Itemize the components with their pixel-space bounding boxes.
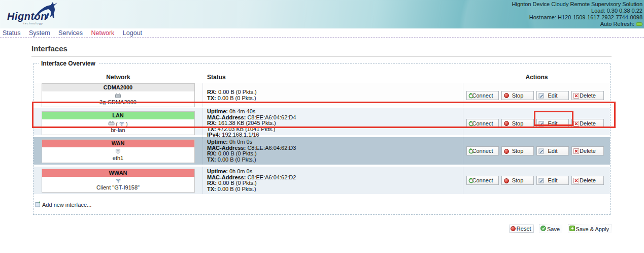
actions-cell: Connect Stop Edit Delete (463, 137, 610, 165)
network-box: WWAN Client "GT-I9158" (42, 169, 195, 193)
auto-refresh-label: Auto Refresh: (600, 21, 634, 27)
add-new-interface-link[interactable]: Add new interface... (35, 201, 610, 208)
network-box: CDMA2000 3g-CDMA2000 (42, 83, 195, 107)
interface-name: Client "GT-I9158" (42, 184, 194, 192)
table-row-wan: WAN eth1 Uptime:0h 0m 0s MAC-Address:C8:… (33, 137, 610, 165)
actions-cell: Connect Stop Edit Delete (463, 167, 610, 194)
stop-button[interactable]: Stop (501, 91, 534, 100)
modem-3g-icon (115, 92, 121, 100)
interfaces-table: Network Status Actions CDMA2000 3g-CDMA2… (33, 71, 610, 194)
page-title: Interfaces (31, 44, 612, 56)
save-apply-icon (569, 226, 575, 232)
network-name-badge: WAN (42, 140, 194, 147)
bracket-close: ) (126, 121, 128, 127)
fieldset-legend: Interface Overview (39, 60, 98, 67)
wifi-icon (119, 121, 125, 127)
stop-icon (503, 178, 509, 183)
connect-button[interactable]: Connect (466, 176, 499, 185)
edit-icon (538, 148, 544, 154)
connect-button[interactable]: Connect (466, 146, 499, 155)
nav-item-status[interactable]: Status (3, 29, 20, 37)
column-header-actions: Actions (463, 71, 610, 83)
status-cell: Uptime:0h 0m 0s MAC-Address:C8:EE:A6:04:… (203, 137, 463, 165)
header-info-load: Load: 0.30 0.38 0.22 (512, 8, 642, 14)
table-row-lan: LAN ( ) br-lan Uptime:0h 4m 40s (33, 108, 610, 135)
footer-button-bar: Reset Save Save & Apply (0, 224, 612, 233)
connect-icon (468, 121, 474, 126)
brand-logo: Hignton technology (6, 2, 67, 27)
nav-item-services[interactable]: Services (58, 29, 83, 37)
network-cell: CDMA2000 3g-CDMA2000 (33, 83, 203, 107)
column-header-status: Status (203, 71, 463, 83)
delete-button[interactable]: Delete (571, 176, 604, 185)
nav-item-system[interactable]: System (29, 29, 50, 37)
network-cell: LAN ( ) br-lan (33, 108, 203, 139)
nav-item-network[interactable]: Network (91, 29, 115, 37)
stop-button[interactable]: Stop (501, 119, 534, 128)
connect-icon (468, 93, 474, 99)
status-cell: RX:0.00 B (0 Pkts.) TX:0.00 B (0 Pkts.) (203, 83, 463, 107)
network-box: WAN eth1 (42, 139, 195, 163)
save-button[interactable]: Save (539, 225, 562, 233)
actions-cell: Connect Stop Edit Delete (463, 108, 610, 139)
delete-icon (573, 178, 579, 183)
stop-button[interactable]: Stop (501, 146, 534, 155)
network-cell: WWAN Client "GT-I9158" (33, 167, 203, 194)
edit-icon (538, 121, 544, 126)
switch-icon (108, 120, 115, 127)
interface-name: 3g-CDMA2000 (42, 99, 194, 107)
edit-button[interactable]: Edit (536, 91, 569, 100)
save-apply-button[interactable]: Save & Apply (568, 225, 612, 233)
ethernet-icon (115, 148, 121, 155)
header-info-title: Hignton Device Cloudy Remote Supervisory… (512, 1, 642, 8)
table-row-cdma2000: CDMA2000 3g-CDMA2000 RX:0.00 B (0 Pkts.)… (33, 83, 610, 106)
delete-icon (573, 93, 579, 99)
interface-name: eth1 (42, 155, 194, 163)
reset-button[interactable]: Reset (509, 225, 534, 233)
connect-button[interactable]: Connect (466, 91, 499, 100)
edit-button[interactable]: Edit (536, 176, 569, 185)
connect-icon (468, 178, 474, 183)
network-box: LAN ( ) br-lan (42, 111, 195, 135)
actions-cell: Connect Stop Edit Delete (463, 83, 610, 107)
header-info: Hignton Device Cloudy Remote Supervisory… (512, 1, 642, 27)
stop-icon (503, 93, 509, 99)
main-nav: Status System Services Network Logout (0, 28, 644, 38)
edit-icon (538, 93, 544, 99)
network-name-badge: WWAN (42, 169, 194, 177)
delete-button[interactable]: Delete (571, 91, 604, 100)
table-row-wwan: WWAN Client "GT-I9158" Uptime:0h 0m 0s M… (33, 167, 610, 194)
stop-icon (503, 148, 509, 154)
header-banner: Hignton technology Hignton Device Cloudy… (0, 0, 644, 28)
network-cell: WAN eth1 (33, 137, 203, 165)
save-icon (540, 226, 546, 232)
interface-name: br-lan (42, 127, 194, 135)
edit-button[interactable]: Edit (536, 146, 569, 155)
delete-icon (573, 121, 579, 126)
add-interface-icon (35, 201, 41, 208)
network-name-badge: LAN (42, 112, 194, 119)
delete-icon (573, 148, 579, 154)
antelope-logo-icon (32, 2, 59, 23)
network-name-badge: CDMA2000 (42, 84, 194, 91)
status-cell: Uptime:0h 4m 40s MAC-Address:C8:EE:A6:04… (203, 108, 463, 139)
edit-button-highlighted[interactable]: Edit (536, 119, 569, 128)
table-header-row: Network Status Actions (33, 71, 610, 83)
connect-button[interactable]: Connect (466, 119, 499, 128)
delete-button[interactable]: Delete (571, 119, 604, 128)
wifi-icon (115, 178, 121, 184)
auto-refresh-toggle[interactable] (636, 22, 642, 26)
connect-icon (468, 148, 474, 154)
stop-icon (503, 121, 509, 126)
bracket-open: ( (116, 121, 118, 127)
delete-button[interactable]: Delete (571, 146, 604, 155)
stop-button[interactable]: Stop (501, 176, 534, 185)
reset-icon (511, 226, 516, 231)
nav-item-logout[interactable]: Logout (123, 29, 142, 37)
column-header-network: Network (33, 71, 203, 83)
header-info-hostname: Hostname: H120-1509-1617-2932-7744-0098 (512, 14, 642, 21)
interface-overview-fieldset: Interface Overview Network Status Action… (33, 64, 611, 215)
edit-icon (538, 178, 544, 183)
status-cell: Uptime:0h 0m 0s MAC-Address:C8:EE:A6:04:… (203, 167, 463, 194)
